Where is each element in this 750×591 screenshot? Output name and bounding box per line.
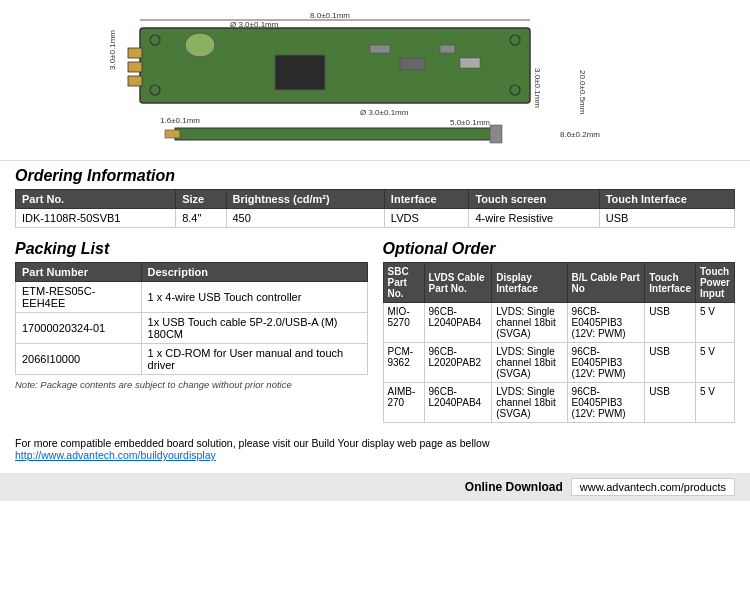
svg-rect-1 xyxy=(128,48,142,58)
online-download-url: www.advantech.com/products xyxy=(571,478,735,496)
packing-cell: 2066I10000 xyxy=(16,344,142,375)
svg-text:3.0±0.1mm: 3.0±0.1mm xyxy=(533,68,542,108)
product-diagram: 8.0±0.1mm Ø 3.0±0.1mm 3.0±0.1mm 3.0±0.1m… xyxy=(20,10,730,155)
footer-section: For more compatible embedded board solut… xyxy=(0,429,750,465)
packing-cell: 17000020324-01 xyxy=(16,313,142,344)
optional-cell: 96CB-E0405PIB3 (12V: PWM) xyxy=(567,343,645,383)
ordering-col-brightness: Brightness (cd/m²) xyxy=(226,190,384,209)
optional-cell: AIMB-270 xyxy=(383,383,424,423)
optional-title: Optional Order xyxy=(383,240,736,258)
optional-cell: 5 V xyxy=(695,303,734,343)
footer-link-container[interactable]: http://www.advantech.com/buildyourdispla… xyxy=(15,449,735,461)
ordering-cell: 4-wire Resistive xyxy=(469,209,599,228)
optional-cell: 96CB-L2020PAB2 xyxy=(424,343,492,383)
svg-rect-8 xyxy=(440,45,455,53)
ordering-col-touchif: Touch Interface xyxy=(599,190,734,209)
svg-rect-9 xyxy=(460,58,480,68)
packing-col-partnum: Part Number xyxy=(16,263,142,282)
svg-point-5 xyxy=(185,33,215,57)
ordering-cell: LVDS xyxy=(384,209,469,228)
ordering-table: Part No. Size Brightness (cd/m²) Interfa… xyxy=(15,189,735,228)
diagram-section: 8.0±0.1mm Ø 3.0±0.1mm 3.0±0.1mm 3.0±0.1m… xyxy=(0,0,750,161)
ordering-col-partno: Part No. xyxy=(16,190,176,209)
svg-text:Ø 3.0±0.1mm: Ø 3.0±0.1mm xyxy=(230,20,279,29)
packing-cell: 1 x 4-wire USB Touch controller xyxy=(141,282,367,313)
packing-data-row: 17000020324-011x USB Touch cable 5P-2.0/… xyxy=(16,313,368,344)
svg-text:1.6±0.1mm: 1.6±0.1mm xyxy=(160,116,200,125)
ordering-cell: 8.4" xyxy=(176,209,226,228)
svg-text:8.6±0.2mm: 8.6±0.2mm xyxy=(560,130,600,139)
svg-text:20.0±0.5mm: 20.0±0.5mm xyxy=(578,70,587,115)
diagram-svg: 8.0±0.1mm Ø 3.0±0.1mm 3.0±0.1mm 3.0±0.1m… xyxy=(20,10,730,155)
footer-text: For more compatible embedded board solut… xyxy=(15,437,735,449)
opt-col-touchif: TouchInterface xyxy=(645,263,696,303)
svg-rect-6 xyxy=(370,45,390,53)
optional-cell: USB xyxy=(645,343,696,383)
opt-col-touchpower: TouchPowerInput xyxy=(695,263,734,303)
optional-cell: 5 V xyxy=(695,383,734,423)
svg-rect-3 xyxy=(128,76,142,86)
packing-col: Packing List Part Number Description ETM… xyxy=(15,240,368,423)
optional-cell: USB xyxy=(645,303,696,343)
optional-cell: 96CB-L2040PAB4 xyxy=(424,383,492,423)
online-download-label: Online Download xyxy=(465,480,563,494)
packing-title: Packing List xyxy=(15,240,368,258)
svg-text:3.0±0.1mm: 3.0±0.1mm xyxy=(108,30,117,70)
packing-cell: ETM-RES05C-EEH4EE xyxy=(16,282,142,313)
svg-rect-22 xyxy=(175,128,495,140)
optional-data-row: PCM-936296CB-L2020PAB2LVDS: Single chann… xyxy=(383,343,735,383)
opt-col-bl: B/L Cable PartNo xyxy=(567,263,645,303)
ordering-cell: 450 xyxy=(226,209,384,228)
packing-cell: 1x USB Touch cable 5P-2.0/USB-A (M) 180C… xyxy=(141,313,367,344)
optional-cell: PCM-9362 xyxy=(383,343,424,383)
bottom-bar: Online Download www.advantech.com/produc… xyxy=(0,473,750,501)
optional-header-row: SBCPart No. LVDS CablePart No. DisplayIn… xyxy=(383,263,735,303)
svg-rect-4 xyxy=(275,55,325,90)
opt-col-lvds: LVDS CablePart No. xyxy=(424,263,492,303)
svg-rect-2 xyxy=(128,62,142,72)
optional-cell: LVDS: Single channel 18bit (SVGA) xyxy=(492,383,567,423)
ordering-data-row: IDK-1108R-50SVB18.4"450LVDS4-wire Resist… xyxy=(16,209,735,228)
ordering-header-row: Part No. Size Brightness (cd/m²) Interfa… xyxy=(16,190,735,209)
packing-note: Note: Package contents are subject to ch… xyxy=(15,379,368,390)
optional-cell: LVDS: Single channel 18bit (SVGA) xyxy=(492,303,567,343)
svg-rect-23 xyxy=(165,130,180,138)
ordering-cell: USB xyxy=(599,209,734,228)
optional-cell: 96CB-E0405PIB3 (12V: PWM) xyxy=(567,303,645,343)
ordering-col-size: Size xyxy=(176,190,226,209)
optional-cell: USB xyxy=(645,383,696,423)
two-col-section: Packing List Part Number Description ETM… xyxy=(0,234,750,429)
optional-cell: 96CB-E0405PIB3 (12V: PWM) xyxy=(567,383,645,423)
footer-link[interactable]: http://www.advantech.com/buildyourdispla… xyxy=(15,449,216,461)
packing-header-row: Part Number Description xyxy=(16,263,368,282)
packing-cell: 1 x CD-ROM for User manual and touch dri… xyxy=(141,344,367,375)
svg-text:8.0±0.1mm: 8.0±0.1mm xyxy=(310,11,350,20)
ordering-col-touch: Touch screen xyxy=(469,190,599,209)
optional-cell: LVDS: Single channel 18bit (SVGA) xyxy=(492,343,567,383)
packing-col-desc: Description xyxy=(141,263,367,282)
ordering-section: Ordering Information Part No. Size Brigh… xyxy=(0,161,750,234)
svg-text:5.0±0.1mm: 5.0±0.1mm xyxy=(450,118,490,127)
ordering-cell: IDK-1108R-50SVB1 xyxy=(16,209,176,228)
opt-col-sbc: SBCPart No. xyxy=(383,263,424,303)
opt-col-display: DisplayInterface xyxy=(492,263,567,303)
svg-text:Ø 3.0±0.1mm: Ø 3.0±0.1mm xyxy=(360,108,409,117)
optional-cell: 96CB-L2040PAB4 xyxy=(424,303,492,343)
optional-cell: MIO-5270 xyxy=(383,303,424,343)
optional-data-row: AIMB-27096CB-L2040PAB4LVDS: Single chann… xyxy=(383,383,735,423)
optional-data-row: MIO-527096CB-L2040PAB4LVDS: Single chann… xyxy=(383,303,735,343)
optional-col: Optional Order SBCPart No. LVDS CablePar… xyxy=(383,240,736,423)
optional-cell: 5 V xyxy=(695,343,734,383)
ordering-col-interface: Interface xyxy=(384,190,469,209)
packing-table: Part Number Description ETM-RES05C-EEH4E… xyxy=(15,262,368,375)
optional-table: SBCPart No. LVDS CablePart No. DisplayIn… xyxy=(383,262,736,423)
svg-rect-24 xyxy=(490,125,502,143)
svg-rect-7 xyxy=(400,58,425,70)
packing-data-row: ETM-RES05C-EEH4EE1 x 4-wire USB Touch co… xyxy=(16,282,368,313)
packing-data-row: 2066I100001 x CD-ROM for User manual and… xyxy=(16,344,368,375)
ordering-title: Ordering Information xyxy=(15,167,735,185)
